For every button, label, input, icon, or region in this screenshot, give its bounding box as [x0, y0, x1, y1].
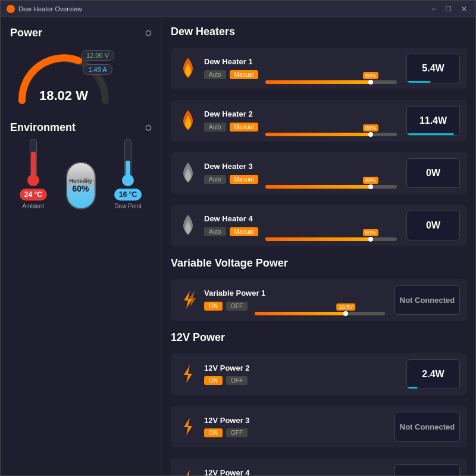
12v-power-4-info: 12V Power 4 ON OFF [204, 468, 389, 475]
12v-power-2-controls: ON OFF [204, 376, 400, 385]
12v-power-3-status: Not Connected [400, 422, 455, 431]
dewpoint-value: 16 °C [114, 189, 142, 201]
variable-power-1-value: Not Connected [394, 285, 460, 315]
power-section-title: Power ⬡ [10, 27, 151, 39]
variable-power-1-off-btn[interactable]: OFF [226, 302, 248, 311]
dew-heater-4-manual-btn[interactable]: Manual [230, 227, 259, 236]
12v-power-3-info: 12V Power 3 ON OFF [204, 416, 389, 437]
dew-heater-2-manual-btn[interactable]: Manual [230, 123, 259, 131]
variable-power-1-info: Variable Power 1 ON OFF 10.5V [204, 289, 389, 312]
12v-power-3-name: 12V Power 3 [204, 416, 389, 425]
svg-marker-3 [184, 418, 192, 436]
12v-power-3-row: 12V Power 3 ON OFF Not Connected [171, 406, 467, 447]
variable-power-1-icon [178, 290, 198, 310]
dewpoint-bulb [122, 174, 134, 186]
12v-power-2-on-btn[interactable]: ON [204, 376, 223, 385]
bolt-icon-3 [180, 416, 196, 437]
content-area: Power ⬡ 18.02 W 12.06 V 1.49 A [1, 17, 475, 475]
dew-heater-1-slider[interactable]: 80% [265, 70, 397, 80]
ambient-tube [30, 139, 37, 176]
close-button[interactable]: ✕ [459, 5, 469, 13]
dew-heater-4-name: Dew Heater 4 [204, 214, 400, 223]
dew-heater-4-slider[interactable]: 80% [265, 227, 397, 237]
12v-power-2-icon [178, 364, 198, 384]
dew-heater-2-controls: Auto Manual 80% [204, 122, 400, 133]
environment-row: 24 °C Ambient Humidity 60% [10, 139, 151, 209]
voltage-badge: 12.06 V [81, 50, 114, 61]
window-controls: − ☐ ✕ [429, 5, 469, 13]
12v-power-3-on-btn[interactable]: ON [204, 428, 223, 437]
12v-power-4-status: Not Connected [400, 475, 455, 476]
humidity-item: Humidity 60% [66, 162, 96, 209]
dewpoint-fill [126, 161, 130, 175]
ambient-value: 24 °C [20, 189, 47, 201]
power-value: 18.02 W [39, 88, 88, 104]
bolt-icon-2 [180, 364, 196, 384]
dew-heater-3-row: Dew Heater 3 Auto Manual 80% [171, 152, 467, 194]
12v-power-title: 12V Power [171, 331, 467, 344]
variable-power-1-slider[interactable]: 10.5V [255, 301, 385, 312]
dewpoint-thermo-visual [121, 139, 134, 186]
dew-heater-1-auto-btn[interactable]: Auto [204, 70, 226, 79]
12v-power-3-value: Not Connected [394, 412, 460, 441]
dew-heater-2-row: Dew Heater 2 Auto Manual 80% [171, 100, 467, 142]
title-bar-left: Dew Heater Overview [7, 5, 82, 13]
ambient-fill [31, 152, 36, 175]
maximize-button[interactable]: ☐ [443, 5, 454, 13]
ambient-thermo-visual [27, 139, 40, 186]
dew-heater-3-manual-btn[interactable]: Manual [230, 175, 259, 184]
dew-heater-4-row: Dew Heater 4 Auto Manual 80% [171, 205, 467, 246]
humidity-label: Humidity [69, 178, 92, 184]
12v-power-3-off-btn[interactable]: OFF [226, 428, 248, 437]
dew-heater-1-name: Dew Heater 1 [204, 57, 400, 66]
12v-power-2-off-btn[interactable]: OFF [226, 376, 248, 385]
left-panel: Power ⬡ 18.02 W 12.06 V 1.49 A [1, 17, 161, 475]
variable-power-1-on-btn[interactable]: ON [204, 302, 223, 311]
ambient-label: Ambient [23, 203, 45, 209]
dew-heater-3-value: 0W [406, 158, 460, 188]
minimize-button[interactable]: − [429, 5, 438, 13]
dew-heater-1-manual-btn[interactable]: Manual [230, 70, 259, 79]
env-section-title: Environment ⬡ [10, 121, 151, 134]
12v-power-4-row: 12V Power 4 ON OFF Not Connected [171, 458, 467, 475]
svg-marker-2 [184, 365, 192, 383]
variable-power-1-row: Variable Power 1 ON OFF 10.5V [171, 279, 467, 321]
dewpoint-thermometer: 16 °C Dew Point [114, 139, 142, 209]
dew-heater-3-icon [178, 163, 198, 183]
double-bolt-icon [179, 290, 197, 310]
dew-heater-4-info: Dew Heater 4 Auto Manual 80% [204, 214, 400, 237]
power-gauge: 18.02 W 12.06 V 1.49 A [10, 44, 117, 109]
variable-power-1-controls: ON OFF 10.5V [204, 301, 389, 312]
flame-icon-4 [180, 215, 196, 236]
dew-heater-1-icon [178, 58, 198, 79]
dew-heater-2-value: 11.4W [406, 106, 460, 136]
dew-heater-3-name: Dew Heater 3 [204, 162, 400, 171]
dewpoint-label: Dew Point [114, 203, 142, 209]
dew-heater-2-auto-btn[interactable]: Auto [204, 123, 226, 131]
svg-marker-1 [189, 291, 196, 306]
12v-power-2-row: 12V Power 2 ON OFF 2.4W [171, 353, 467, 395]
right-panel: Dew Heaters Dew Heater 1 Auto Manual [161, 17, 475, 475]
dew-heater-1-controls: Auto Manual 80% [204, 70, 400, 80]
env-external-icon[interactable]: ⬡ [145, 124, 151, 132]
dew-heater-3-slider[interactable]: 80% [265, 174, 397, 185]
dew-heater-3-auto-btn[interactable]: Auto [204, 175, 226, 184]
dew-heater-3-info: Dew Heater 3 Auto Manual 80% [204, 162, 400, 185]
dew-heater-2-slider[interactable]: 80% [265, 122, 397, 133]
ambient-bulb [27, 174, 39, 186]
dew-heater-1-row: Dew Heater 1 Auto Manual 80% [171, 48, 467, 89]
dew-heater-2-info: Dew Heater 2 Auto Manual 80% [204, 109, 400, 133]
power-section: Power ⬡ 18.02 W 12.06 V 1.49 A [10, 27, 151, 109]
12v-power-4-icon [178, 469, 198, 475]
current-badge: 1.49 A [83, 64, 112, 75]
dew-heater-4-icon [178, 215, 198, 236]
dew-heater-4-auto-btn[interactable]: Auto [204, 227, 226, 236]
power-external-icon[interactable]: ⬡ [145, 29, 151, 37]
title-bar: Dew Heater Overview − ☐ ✕ [1, 1, 475, 17]
12v-power-3-controls: ON OFF [204, 428, 389, 437]
humidity-oval: Humidity 60% [66, 162, 96, 209]
dewpoint-tube [124, 139, 131, 176]
dew-heater-1-info: Dew Heater 1 Auto Manual 80% [204, 57, 400, 80]
12v-power-2-name: 12V Power 2 [204, 364, 400, 372]
12v-power-4-value: Not Connected [394, 464, 460, 475]
